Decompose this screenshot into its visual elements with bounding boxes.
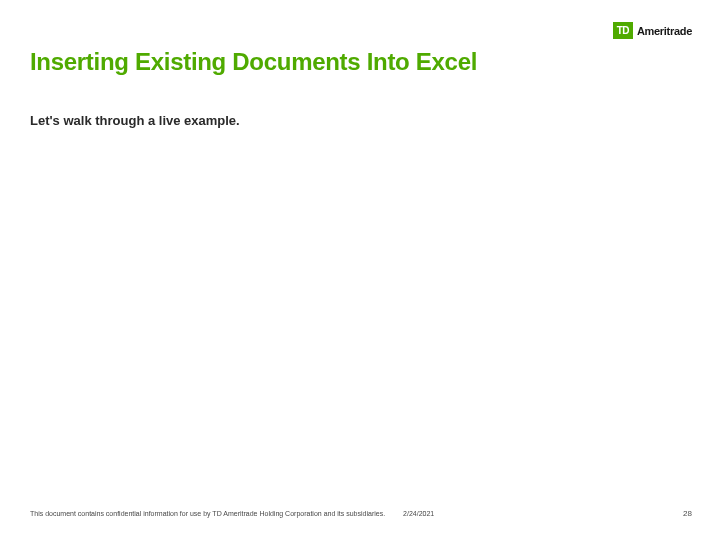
brand-logo: TD Ameritrade bbox=[613, 22, 692, 39]
confidentiality-notice: This document contains confidential info… bbox=[30, 510, 385, 517]
slide-footer: This document contains confidential info… bbox=[30, 509, 692, 518]
td-logo-icon: TD bbox=[613, 22, 633, 39]
td-logo-text: TD bbox=[617, 25, 629, 36]
brand-name: Ameritrade bbox=[637, 25, 692, 37]
page-number: 28 bbox=[683, 509, 692, 518]
footer-left-group: This document contains confidential info… bbox=[30, 510, 434, 517]
page-title: Inserting Existing Documents Into Excel bbox=[30, 48, 477, 76]
footer-date: 2/24/2021 bbox=[403, 510, 434, 517]
body-paragraph: Let's walk through a live example. bbox=[30, 113, 240, 128]
